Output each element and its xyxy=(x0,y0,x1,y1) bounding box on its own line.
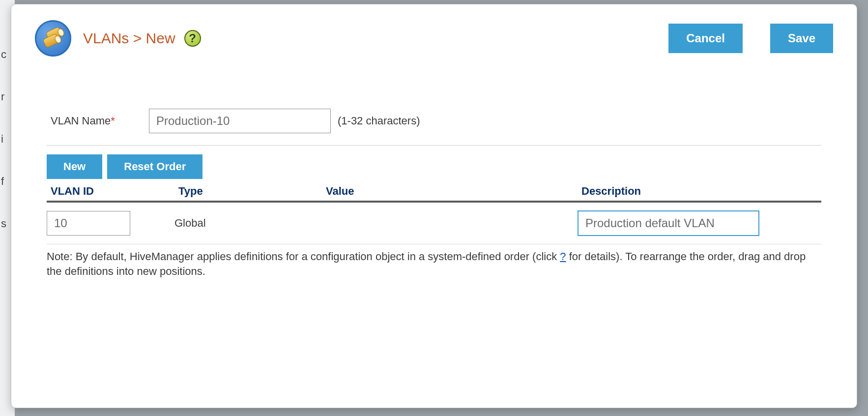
page-breadcrumb: VLANs > New xyxy=(83,30,175,47)
th-description: Description xyxy=(581,185,821,198)
dialog-header: VLANs > New ? Cancel Save xyxy=(11,4,857,66)
vlan-name-hint: (1-32 characters) xyxy=(338,115,420,127)
th-vlan-id: VLAN ID xyxy=(51,185,178,198)
vlan-id-input[interactable] xyxy=(47,211,130,236)
vlan-name-input[interactable] xyxy=(149,109,331,133)
vlan-new-dialog: VLANs > New ? Cancel Save VLAN Name* (1-… xyxy=(11,4,857,408)
required-mark: * xyxy=(111,115,115,127)
description-input[interactable] xyxy=(578,210,759,236)
th-value: Value xyxy=(326,185,581,198)
reorder-note: Note: By default, HiveManager applies de… xyxy=(47,249,821,278)
note-help-link[interactable]: ? xyxy=(560,250,566,263)
help-icon[interactable]: ? xyxy=(184,30,201,47)
new-row-button[interactable]: New xyxy=(47,154,102,179)
note-text-before: Note: By default, HiveManager applies de… xyxy=(47,250,560,263)
dialog-body: VLAN Name* (1-32 characters) New Reset O… xyxy=(11,66,857,278)
vlan-definitions-table: VLAN ID Type Value Description Global xyxy=(47,183,821,244)
vlan-name-row: VLAN Name* (1-32 characters) xyxy=(47,101,821,146)
table-row[interactable]: Global xyxy=(47,203,821,244)
table-header-row: VLAN ID Type Value Description xyxy=(47,183,821,203)
type-cell: Global xyxy=(174,217,322,230)
vlan-name-label-text: VLAN Name xyxy=(51,115,111,127)
vlan-name-label: VLAN Name* xyxy=(51,115,149,127)
save-button[interactable]: Save xyxy=(770,24,833,53)
th-type: Type xyxy=(178,185,326,198)
table-toolbar: New Reset Order xyxy=(47,154,821,179)
vlan-logo-icon xyxy=(35,20,71,57)
cancel-button[interactable]: Cancel xyxy=(668,24,743,53)
reset-order-button[interactable]: Reset Order xyxy=(107,154,203,179)
